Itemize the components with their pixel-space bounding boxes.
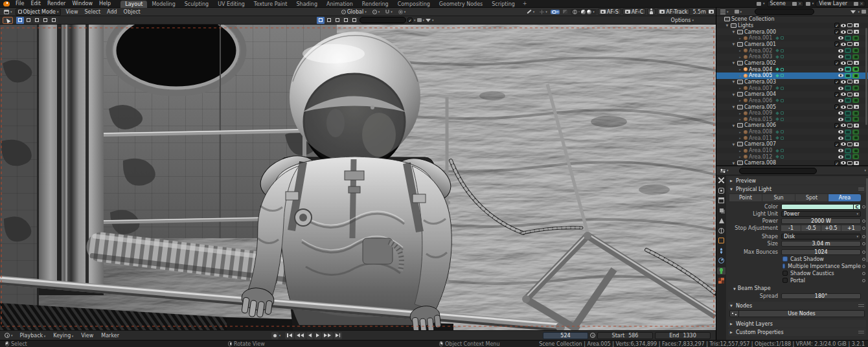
checkbox[interactable] xyxy=(782,263,785,269)
render-visibility-toggle-icon[interactable] xyxy=(852,85,859,91)
workspace-tab[interactable]: Sculpting xyxy=(180,1,213,8)
animate-dot[interactable] xyxy=(861,279,866,282)
viewport-visibility-toggle-icon[interactable] xyxy=(845,73,851,78)
next-keyframe-button[interactable] xyxy=(322,332,333,339)
outliner-row[interactable]: Area.006 ✓ xyxy=(716,98,868,104)
beam-shape-panel-header[interactable]: ▼Beam Shape xyxy=(728,285,866,292)
outliner-row[interactable]: Area.012 ✓ xyxy=(716,153,868,160)
exclude-checkbox[interactable]: ✓ xyxy=(834,92,839,97)
exclude-checkbox[interactable]: ✓ xyxy=(834,60,839,65)
hide-viewport-eye-icon[interactable] xyxy=(838,111,843,115)
viewport-menu-item[interactable]: Select xyxy=(81,9,104,15)
expand-arrow[interactable] xyxy=(725,23,729,27)
outliner-row[interactable]: Camera.003 ✓ xyxy=(716,79,868,85)
viewport-visibility-toggle-icon[interactable] xyxy=(845,98,851,103)
outliner-row[interactable]: Area.015 ✓ xyxy=(716,117,868,123)
view-layer-icon[interactable] xyxy=(806,2,810,6)
scene-browse-caret[interactable]: ▾ xyxy=(763,2,765,5)
remove-view-layer-icon[interactable]: ✕ xyxy=(860,1,863,6)
viewport-visibility-toggle-icon[interactable] xyxy=(845,117,851,122)
topbar-menu-item[interactable]: Help xyxy=(96,1,114,6)
exclude-checkbox[interactable]: ✓ xyxy=(834,79,839,84)
unlink-scene-icon[interactable]: ✕ xyxy=(798,1,802,6)
animate-dot[interactable] xyxy=(861,265,866,268)
disable-render-icon[interactable] xyxy=(854,142,859,146)
outliner-row[interactable]: Area.010 ✓ xyxy=(716,148,868,154)
hide-viewport-eye-icon[interactable] xyxy=(838,68,843,71)
hide-viewport-eye-icon[interactable] xyxy=(838,149,843,152)
timeline-menu-item[interactable]: Playback ▾ xyxy=(17,333,49,339)
expand-arrow[interactable] xyxy=(738,98,742,102)
disable-render-icon[interactable] xyxy=(854,23,859,27)
properties-tab[interactable] xyxy=(717,267,725,274)
exclude-checkbox[interactable]: ✓ xyxy=(834,161,839,166)
max-bounces-field[interactable]: 1024 xyxy=(781,249,861,255)
disable-viewport-icon[interactable] xyxy=(847,105,852,109)
topbar-menu-item[interactable]: File xyxy=(12,1,27,6)
af-track-button[interactable]: AF-Track xyxy=(657,8,690,15)
light-type-tab[interactable]: Area xyxy=(828,194,861,201)
disable-render-icon[interactable] xyxy=(854,80,859,84)
properties-tab[interactable] xyxy=(717,237,725,244)
hide-viewport-eye-icon[interactable] xyxy=(841,62,846,65)
nodes-panel-header[interactable]: ▼Nodes xyxy=(728,302,866,309)
prev-keyframe-button[interactable] xyxy=(295,332,306,339)
workspace-tab[interactable]: Modeling xyxy=(147,1,179,8)
properties-tab[interactable] xyxy=(717,227,725,234)
outliner-row[interactable]: Area.004 ✓ xyxy=(716,66,868,73)
orientation-dropdown[interactable]: Global▾ xyxy=(339,8,369,16)
render-visibility-toggle-icon[interactable] xyxy=(852,154,859,159)
disable-viewport-icon[interactable] xyxy=(847,142,852,146)
animate-dot[interactable] xyxy=(861,219,866,223)
filter-checkbox[interactable]: ✓ xyxy=(407,17,413,23)
hide-viewport-eye-icon[interactable] xyxy=(838,155,843,159)
outliner-search-input[interactable] xyxy=(755,8,814,15)
disable-render-icon[interactable] xyxy=(854,30,859,34)
hide-viewport-eye-icon[interactable] xyxy=(838,118,843,121)
outliner-scrollbar[interactable] xyxy=(865,28,867,125)
auto-keying-button[interactable] xyxy=(271,332,279,339)
render-visibility-toggle-icon[interactable] xyxy=(852,48,859,53)
viewport-visibility-toggle-icon[interactable] xyxy=(845,54,851,60)
outliner-row[interactable]: Camera.002 ✓ xyxy=(716,60,868,67)
render-visibility-toggle-icon[interactable] xyxy=(852,36,859,41)
af-subject-button[interactable] xyxy=(647,8,656,15)
hide-viewport-eye-icon[interactable] xyxy=(841,161,846,164)
select-subtract-button[interactable] xyxy=(33,17,41,24)
workspace-tab[interactable]: Rendering xyxy=(358,1,393,8)
workspace-tab[interactable]: Scripting xyxy=(487,1,520,8)
checkbox[interactable] xyxy=(782,278,788,283)
workspace-tab[interactable]: Texture Paint xyxy=(249,1,292,8)
hide-viewport-eye-icon[interactable] xyxy=(838,137,843,140)
render-visibility-toggle-icon[interactable] xyxy=(852,98,859,103)
properties-tab[interactable] xyxy=(717,277,725,284)
properties-tab[interactable] xyxy=(717,177,725,184)
expand-arrow[interactable] xyxy=(738,155,742,159)
workspace-tab[interactable]: UV Editing xyxy=(213,1,249,8)
animate-dot[interactable] xyxy=(861,205,866,208)
expand-arrow[interactable] xyxy=(738,74,742,78)
select-new-button[interactable] xyxy=(16,17,24,24)
scene-icon[interactable] xyxy=(757,2,761,6)
filter-checkbox-caret[interactable]: ▾ xyxy=(414,19,416,22)
play-button[interactable] xyxy=(314,332,321,339)
expand-arrow[interactable] xyxy=(731,142,736,146)
custom-properties-panel-header[interactable]: ▶Custom Properties xyxy=(728,328,866,336)
viewport-visibility-toggle-icon[interactable] xyxy=(845,67,851,72)
power-field[interactable]: 2000 W xyxy=(781,218,861,224)
viewport-visibility-toggle-icon[interactable] xyxy=(845,129,851,135)
stop-adjust-button[interactable]: +0.5 xyxy=(821,225,841,231)
outliner-row[interactable]: Area.005 ✓ xyxy=(716,73,868,79)
render-visibility-toggle-icon[interactable] xyxy=(852,111,859,116)
display-mode-icon[interactable] xyxy=(417,18,422,22)
mode-dropdown[interactable]: Object Mode▾ xyxy=(16,8,62,16)
expand-arrow[interactable] xyxy=(731,61,736,65)
properties-tab[interactable] xyxy=(717,217,725,224)
properties-editor-type-button[interactable]: ▾ xyxy=(718,167,731,174)
end-frame-field[interactable]: End1330 xyxy=(655,332,711,339)
add-workspace-button[interactable]: + xyxy=(520,1,531,6)
checkbox[interactable] xyxy=(782,256,788,262)
active-tool-button[interactable] xyxy=(3,17,13,24)
animate-dot[interactable] xyxy=(861,235,866,238)
hide-viewport-eye-icon[interactable] xyxy=(841,124,846,127)
